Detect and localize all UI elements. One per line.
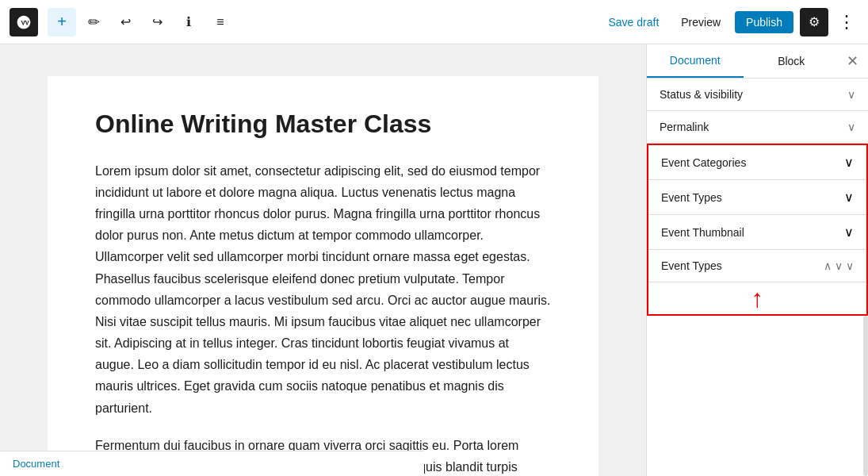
permalink-section-label: Permalink (660, 121, 709, 133)
highlighted-panel: Event Categories ∨ Event Types ∨ Event T… (647, 144, 868, 316)
add-block-button[interactable]: + (48, 8, 76, 36)
status-section-label: Status & visibility (660, 88, 743, 101)
event-types-expand-icon[interactable]: ∨ (846, 259, 854, 272)
wp-logo (10, 8, 38, 36)
undo-icon: ↩ (120, 14, 131, 29)
sidebar: Document Block ✕ Status & visibility ∨ P… (646, 44, 868, 476)
post-body: Lorem ipsum dolor sit amet, consectetur … (95, 160, 551, 476)
redo-button[interactable]: ↪ (143, 8, 171, 36)
sidebar-section-permalink[interactable]: Permalink ∨ (647, 111, 868, 144)
sidebar-scrollbar[interactable] (863, 316, 868, 476)
tab-document[interactable]: Document (647, 44, 744, 78)
tab-block[interactable]: Block (744, 45, 840, 77)
event-types-2-label: Event Types (661, 259, 722, 272)
permalink-chevron-icon: ∨ (847, 121, 855, 133)
preview-button[interactable]: Preview (673, 11, 728, 33)
list-icon: ≡ (216, 15, 224, 29)
toolbar-left: + ✏ ↩ ↪ ℹ ≡ (10, 8, 597, 36)
event-types-label: Event Types (661, 191, 722, 204)
publish-button[interactable]: Publish (735, 11, 793, 33)
edit-button[interactable]: ✏ (79, 8, 108, 36)
event-thumbnail-label: Event Thumbnail (661, 226, 744, 239)
toolbar: + ✏ ↩ ↪ ℹ ≡ Save draft Preview Publish ⚙… (0, 0, 868, 44)
event-types-chevron-icon: ∨ (844, 190, 854, 205)
main-layout: Online Writing Master Class Lorem ipsum … (0, 44, 868, 476)
save-draft-button[interactable]: Save draft (600, 11, 667, 33)
red-arrow-icon: ↑ (751, 286, 764, 311)
breadcrumb-bar: Document (0, 451, 424, 476)
event-thumbnail-section[interactable]: Event Thumbnail ∨ (648, 215, 866, 250)
event-thumbnail-chevron-icon: ∨ (844, 225, 854, 240)
more-icon: ⋮ (838, 12, 855, 32)
sidebar-footer (647, 316, 868, 476)
redo-icon: ↪ (152, 14, 163, 29)
list-view-button[interactable]: ≡ (206, 8, 235, 36)
info-button[interactable]: ℹ (174, 8, 203, 36)
settings-button[interactable]: ⚙ (800, 8, 828, 36)
sidebar-section-status[interactable]: Status & visibility ∨ (647, 79, 868, 111)
sidebar-close-button[interactable]: ✕ (839, 48, 865, 74)
event-categories-chevron-icon: ∨ (844, 155, 854, 170)
event-types-section-2[interactable]: Event Types ∧ ∨ ∨ (648, 250, 866, 282)
gear-icon: ⚙ (809, 14, 820, 29)
pencil-icon: ✏ (88, 13, 100, 31)
breadcrumb: Document (13, 458, 59, 470)
status-chevron-icon: ∨ (847, 88, 855, 101)
event-categories-label: Event Categories (661, 156, 746, 169)
sidebar-header: Document Block ✕ (647, 44, 868, 79)
paragraph-1: Lorem ipsum dolor sit amet, consectetur … (95, 160, 551, 419)
editor-content: Online Writing Master Class Lorem ipsum … (48, 76, 598, 476)
toolbar-right: Save draft Preview Publish ⚙ ⋮ (600, 8, 858, 36)
event-types-down-icon[interactable]: ∨ (835, 259, 843, 272)
plus-icon: + (48, 8, 76, 36)
editor-area: Online Writing Master Class Lorem ipsum … (0, 44, 646, 476)
post-title[interactable]: Online Writing Master Class (95, 108, 551, 141)
info-icon: ℹ (186, 14, 191, 29)
event-types-up-icon[interactable]: ∧ (824, 259, 832, 272)
arrow-annotation: ↑ (648, 282, 866, 314)
close-icon: ✕ (847, 53, 858, 69)
undo-button[interactable]: ↩ (111, 8, 140, 36)
event-types-section[interactable]: Event Types ∨ (648, 180, 866, 215)
event-categories-section[interactable]: Event Categories ∨ (648, 145, 866, 180)
more-options-button[interactable]: ⋮ (835, 13, 858, 31)
event-types-controls: ∧ ∨ ∨ (824, 259, 854, 272)
